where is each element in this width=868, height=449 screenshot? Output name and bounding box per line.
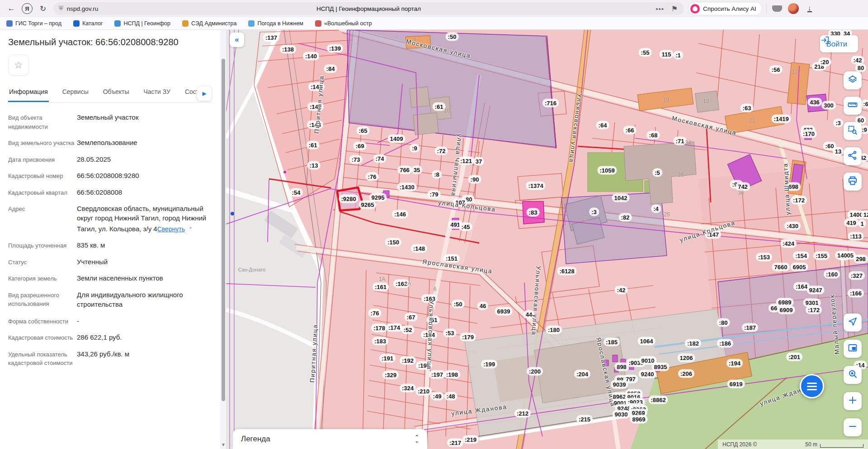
parcel-label[interactable]: :13 (307, 161, 321, 170)
parcel-label[interactable]: :80 (717, 318, 730, 327)
parcel-label[interactable]: :185 (604, 338, 620, 346)
parcel-label[interactable]: 6909 (778, 306, 795, 314)
panel-scrollbar[interactable]: ▼ (220, 30, 226, 449)
zoom-in-button[interactable] (844, 392, 862, 410)
parcel-label[interactable]: :65 (357, 126, 370, 135)
parcel-label[interactable]: :73 (349, 155, 363, 164)
parcel-label[interactable]: :192 (400, 356, 416, 365)
parcel-label[interactable]: :204 (574, 370, 590, 379)
parcel-label[interactable]: 300 (821, 101, 836, 110)
parcel-label[interactable]: :20 (818, 58, 831, 66)
parcel-label[interactable]: 14005 (835, 251, 856, 260)
parcel-label[interactable]: :8862 (648, 396, 668, 404)
bookmark-item[interactable]: Погода в Нижнем (248, 20, 303, 27)
parcel-label[interactable]: 13 (833, 147, 844, 156)
parcel-label[interactable]: :424 (780, 239, 797, 248)
locate-button[interactable] (844, 313, 862, 332)
parcel-label[interactable]: :76 (368, 309, 382, 318)
parcel-label[interactable]: :84 (324, 65, 337, 73)
parcel-label[interactable]: :67 (405, 313, 418, 322)
parcel-label[interactable]: 46 (477, 302, 488, 310)
parcel-label[interactable]: :201 (786, 353, 802, 361)
parcel-label[interactable]: :191 (379, 354, 396, 363)
downloads-icon[interactable]: ↓ (804, 3, 816, 14)
login-button[interactable]: Войти (820, 35, 858, 52)
extension-icon[interactable] (771, 3, 783, 14)
parcel-label[interactable]: :55 (639, 48, 652, 57)
parcel-label[interactable]: :72 (435, 147, 448, 155)
tabs-next-arrow-button[interactable]: ▶ (197, 86, 212, 101)
parcel-label[interactable]: :198 (444, 370, 460, 379)
parcel-label[interactable]: :172 (791, 196, 807, 205)
parcel-label[interactable]: :148 (411, 244, 427, 253)
more-icon[interactable]: ••• (656, 5, 664, 13)
reload-icon[interactable]: ↻ (37, 3, 49, 14)
parcel-label[interactable]: :74 (373, 154, 387, 163)
parcel-label[interactable]: 12 (861, 210, 868, 219)
parcel-label[interactable]: :324 (400, 384, 416, 393)
parcel-label[interactable]: :219 (462, 435, 479, 444)
layers-button[interactable] (844, 71, 862, 89)
scroll-down-icon[interactable]: ▼ (221, 442, 226, 447)
parcel-label[interactable]: 298 (854, 255, 868, 263)
legend-panel[interactable]: Легенда ⌃⌄ (233, 429, 427, 449)
ask-alice-button[interactable]: Спросить Алису AI (689, 2, 762, 15)
address-bar[interactable]: ⛨ nspd.gov.ru НСПД | Геоинформационный п… (53, 2, 684, 15)
zoom-out-button[interactable] (844, 418, 862, 436)
parcel-label[interactable]: :79 (428, 190, 441, 199)
parcel-label[interactable]: :161 (373, 283, 389, 291)
parcel-label[interactable]: :9 (410, 144, 420, 153)
parcel-label[interactable]: :53 (443, 329, 457, 337)
parcel-label[interactable]: :174 (386, 323, 402, 332)
parcel-label[interactable]: 419 (844, 219, 859, 227)
parcel-label[interactable]: :138 (280, 45, 296, 54)
parcel-label[interactable]: :8 (432, 170, 442, 179)
parcel-label[interactable]: :50 (452, 300, 465, 309)
parcel-label[interactable]: :6 (861, 100, 868, 108)
parcel-label[interactable]: :63 (741, 104, 754, 112)
parcel-label[interactable]: 1042 (612, 194, 630, 202)
parcel-label[interactable]: :1059 (597, 166, 617, 175)
parcel-label[interactable]: :716 (542, 99, 559, 108)
parcel-label[interactable]: :430 (784, 222, 801, 230)
cadastral-map[interactable]: :137:138:140:139:84:141:142:143:61:13:54… (226, 30, 868, 449)
parcel-label[interactable]: :212 (514, 409, 531, 418)
tab-Информация[interactable]: Информация (8, 85, 49, 102)
parcel-label[interactable]: :178 (371, 324, 387, 332)
parcel-label[interactable]: :50 (446, 33, 459, 41)
parcel-label[interactable]: :137 (263, 33, 279, 42)
panel-scrollbar-thumb[interactable] (222, 59, 225, 401)
tab-Сервисы[interactable]: Сервисы (61, 85, 90, 102)
parcel-label[interactable]: :180 (546, 326, 562, 334)
parcel-label[interactable]: 9240 (639, 370, 656, 379)
parcel-label[interactable]: 8935 (652, 363, 670, 371)
tab-Объекты[interactable]: Объекты (102, 85, 130, 102)
parcel-label[interactable]: :329 (382, 371, 399, 379)
parcel-label[interactable]: :154 (793, 252, 809, 260)
parcel-label[interactable]: :199 (481, 360, 497, 369)
parcel-label[interactable]: :1374 (526, 182, 545, 190)
parcel-label[interactable]: :215 (576, 415, 593, 424)
parcel-label[interactable]: :113 (848, 232, 863, 241)
area-search-button[interactable] (844, 122, 862, 140)
parcel-label[interactable]: :4 (651, 205, 661, 213)
parcel-label[interactable]: :160 (824, 270, 840, 279)
parcel-label[interactable]: :186 (717, 339, 733, 348)
parcel-label[interactable]: 1 (858, 220, 866, 228)
bookmark-item[interactable]: СЭД Администра (182, 20, 236, 27)
parcel-label[interactable]: :183 (372, 337, 388, 346)
parcel-label[interactable]: :1419 (771, 115, 791, 123)
parcel-label[interactable]: :6128 (557, 267, 576, 276)
parcel-label[interactable]: :206 (678, 369, 694, 378)
parcel-label[interactable]: 9265 (359, 201, 377, 209)
parcel-label[interactable]: :3 (589, 208, 599, 216)
parcel-label[interactable]: :56 (769, 65, 783, 74)
parcel-label[interactable]: :182 (685, 339, 701, 348)
share-button[interactable] (844, 147, 862, 165)
parcel-label[interactable]: :82 (619, 213, 632, 222)
parcel-label[interactable]: :3 (833, 119, 843, 127)
parcel-label[interactable]: 115 (660, 50, 674, 59)
parcel-label[interactable]: :83 (527, 208, 540, 217)
parcel-label[interactable]: :45 (459, 223, 472, 231)
parcel-label[interactable]: 35 (411, 166, 422, 174)
